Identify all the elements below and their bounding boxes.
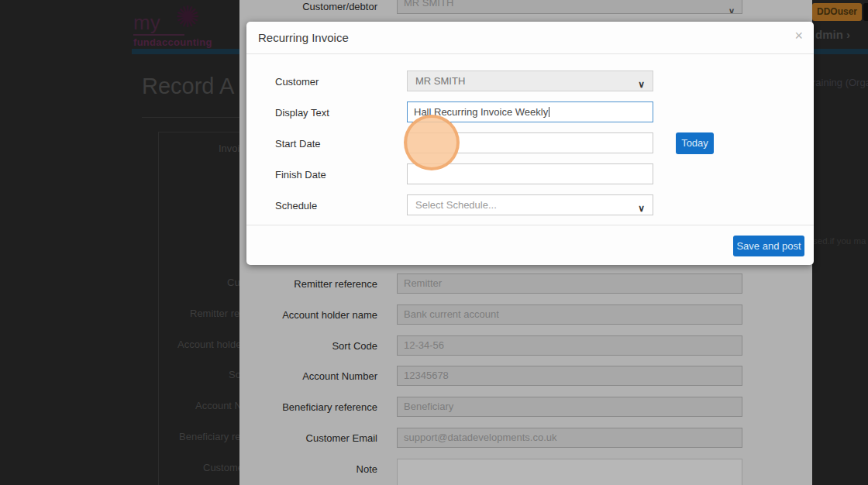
dark-button-fragment[interactable] bbox=[863, 3, 868, 21]
text-cursor bbox=[549, 107, 549, 117]
nav-bar-divider bbox=[132, 49, 239, 54]
account-number-input[interactable]: 12345678 bbox=[397, 366, 742, 386]
ddouser-button[interactable]: DDOuser bbox=[812, 3, 862, 21]
bg-label-fragment: Cu bbox=[227, 277, 239, 288]
customer-select-value: MR SMITH bbox=[415, 75, 465, 87]
bg-label-fragment: Remitter re bbox=[190, 308, 239, 319]
logo-fundaccounting-text: fundaccounting bbox=[133, 36, 212, 48]
chevron-down-icon: ∨ bbox=[638, 75, 645, 95]
bg-label-fragment: Beneficiary re bbox=[179, 431, 239, 442]
sort-code-input[interactable]: 12-34-56 bbox=[397, 335, 742, 356]
account-holder-name-label: Account holder name bbox=[239, 309, 377, 321]
help-text-fragment: sed.if you ma bbox=[813, 236, 866, 246]
display-text-label: Display Text bbox=[275, 107, 399, 119]
customer-select[interactable]: MR SMITH ∨ bbox=[407, 71, 653, 91]
chevron-down-icon: ∨ bbox=[638, 199, 645, 218]
modal-title: Recurring Invoice bbox=[258, 31, 349, 44]
bg-label-fragment: So bbox=[229, 369, 239, 380]
modal-header: Recurring Invoice × bbox=[246, 22, 814, 54]
bg-label-fragment: Invoic bbox=[219, 143, 239, 154]
remitter-reference-label: Remitter reference bbox=[239, 278, 377, 290]
recurring-invoice-modal: Recurring Invoice × Customer MR SMITH ∨ … bbox=[246, 22, 814, 265]
finish-date-label: Finish Date bbox=[275, 169, 399, 181]
modal-footer-divider bbox=[246, 225, 814, 225]
nav-bar-divider bbox=[812, 49, 868, 54]
beneficiary-reference-input[interactable]: Beneficiary bbox=[397, 397, 742, 417]
organisation-name-text: raining (Orga bbox=[812, 77, 868, 88]
customer-label: Customer bbox=[275, 76, 399, 88]
bg-label-fragment: Account holde bbox=[177, 339, 239, 350]
today-button[interactable]: Today bbox=[676, 132, 714, 154]
page-root: my ✺ fundaccounting Record A Sa Invoic C… bbox=[0, 0, 868, 485]
account-holder-name-input[interactable]: Bank current account bbox=[397, 304, 742, 325]
remitter-reference-input[interactable]: Remitter bbox=[397, 273, 742, 294]
logo-star-icon: ✺ bbox=[175, 0, 200, 34]
note-label: Note bbox=[239, 463, 377, 475]
sort-code-label: Sort Code bbox=[239, 340, 377, 352]
customer-email-label: Customer Email bbox=[239, 432, 377, 444]
beneficiary-reference-label: Beneficiary reference bbox=[239, 401, 377, 413]
customer-email-input[interactable]: support@datadevelopments.co.uk bbox=[397, 428, 742, 448]
close-icon[interactable]: × bbox=[794, 28, 803, 44]
note-textarea[interactable] bbox=[397, 459, 742, 485]
customer-debtor-select[interactable]: MR SMITH ∨ bbox=[397, 0, 742, 14]
schedule-select[interactable]: Select Schedule... ∨ bbox=[407, 194, 653, 215]
schedule-placeholder: Select Schedule... bbox=[415, 199, 497, 211]
page-title: Record A Sa bbox=[142, 74, 239, 99]
bg-label-fragment: Custome bbox=[203, 462, 239, 473]
heading-divider bbox=[142, 117, 239, 118]
click-highlight-circle bbox=[404, 115, 460, 170]
admin-menu[interactable]: dmin › bbox=[815, 28, 850, 41]
dimmed-right-region: DDOuser dmin › raining (Orga sed.if you … bbox=[812, 0, 868, 485]
chevron-down-icon: ∨ bbox=[728, 2, 735, 14]
save-and-post-button[interactable]: Save and post bbox=[733, 236, 804, 256]
bg-label-fragment: Account N bbox=[195, 400, 239, 411]
dimmed-left-region: my ✺ fundaccounting Record A Sa Invoic C… bbox=[0, 0, 239, 485]
customer-debtor-value: MR SMITH bbox=[404, 0, 453, 9]
start-date-label: Start Date bbox=[275, 138, 399, 150]
account-number-label: Account Number bbox=[239, 370, 377, 382]
customer-debtor-label: Customer/debtor bbox=[239, 1, 377, 12]
schedule-label: Schedule bbox=[275, 200, 399, 212]
